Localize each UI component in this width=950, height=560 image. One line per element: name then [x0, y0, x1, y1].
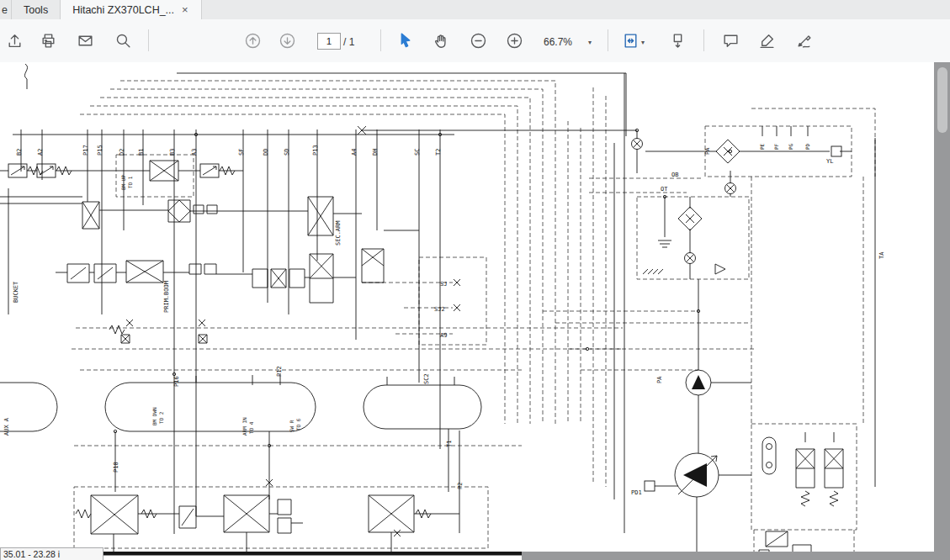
close-tab-icon[interactable]: ×: [181, 4, 189, 15]
diagram-label: OB: [671, 172, 678, 178]
zoom-level-label[interactable]: 66.7%: [544, 36, 572, 48]
diagram-label: BUCKET: [13, 281, 19, 303]
document-viewport[interactable]: B2A2P17P15D2B1B3A3SFDDSDP13A4DHSCT2BM UP…: [0, 62, 950, 560]
next-page-button[interactable]: [274, 28, 300, 53]
page-fit-button[interactable]: [618, 28, 643, 53]
comment-button[interactable]: [718, 28, 743, 53]
diagram-label: B1: [138, 149, 145, 156]
zoom-out-icon: [470, 32, 487, 50]
diagram-label: DH: [372, 149, 379, 156]
zoom-in-button[interactable]: [502, 28, 527, 53]
page-number-input[interactable]: [317, 33, 341, 50]
diagram-labels: B2A2P17P15D2B1B3A3SFDDSDP13A4DHSCT2BM UP…: [3, 143, 885, 496]
page-fit-caret-icon[interactable]: ▾: [641, 39, 645, 46]
previous-page-button[interactable]: [240, 28, 265, 53]
page-fit-icon: [622, 32, 640, 50]
vertical-scrollbar-thumb[interactable]: [937, 67, 947, 133]
diagram-label: PD1: [631, 489, 642, 496]
diagram-label: BM UP: [120, 175, 126, 190]
toolbar-divider: [608, 29, 608, 51]
hand-tool-button[interactable]: [428, 28, 454, 53]
diagram-label: SJ: [440, 281, 447, 288]
email-button[interactable]: [72, 28, 98, 53]
tab-document[interactable]: Hitachi ZX370LCH_... ×: [61, 0, 201, 19]
diagram-label: BM DWN: [151, 407, 157, 425]
fill-sign-button[interactable]: [791, 28, 816, 53]
diagram-label: A2: [37, 149, 44, 156]
next-page-icon: [279, 32, 296, 50]
diagram-label: DD: [263, 149, 269, 156]
diagram-label: ARM IN: [241, 417, 247, 436]
diagram-label: PRIM.BOOM: [163, 281, 170, 313]
hand-tool-icon: [433, 32, 450, 50]
toolbar-divider: [148, 29, 149, 51]
scroll-mode-button[interactable]: [665, 28, 690, 53]
main-toolbar: / 1 66.7% ▾ ▾: [0, 19, 950, 63]
toolbar-divider: [380, 29, 381, 51]
diagram-label: PF: [773, 143, 779, 150]
highlight-button[interactable]: [754, 28, 779, 53]
diagram-label: OT: [661, 186, 668, 193]
diagram-label: P2: [457, 483, 464, 489]
toolbar-divider: [703, 29, 704, 51]
search-button[interactable]: [110, 28, 135, 53]
pdf-page: B2A2P17P15D2B1B3A3SFDDSDP13A4DHSCT2BM UP…: [0, 62, 934, 560]
diagram-label: TO 2: [158, 411, 164, 424]
print-icon: [40, 32, 57, 50]
diagram-label: D2: [119, 149, 125, 156]
diagram-label: SC2: [423, 373, 430, 384]
diagram-label: SF: [238, 149, 245, 156]
fill-sign-icon: [795, 32, 813, 50]
tab-tools-label: Tools: [24, 4, 48, 16]
hydraulic-schematic: B2A2P17P15D2B1B3A3SFDDSDP13A4DHSCT2BM UP…: [0, 62, 934, 560]
page-count-label: / 1: [343, 36, 354, 48]
diagram-label: B2: [16, 149, 23, 156]
diagram-label: SC: [414, 149, 421, 156]
diagram-label: A3: [191, 149, 198, 156]
diagram-label: TO 4: [248, 421, 254, 434]
highlight-icon: [758, 32, 776, 50]
diagram-label: SJ2: [434, 306, 445, 313]
diagram-label: P12: [276, 366, 283, 377]
previous-page-icon: [244, 32, 262, 50]
diagram-label: SW R: [289, 420, 295, 432]
diagram-label: A4: [351, 149, 358, 156]
diagram-label: T1: [446, 441, 453, 447]
diagram-label: P16: [173, 376, 180, 387]
zoom-out-button[interactable]: [465, 28, 491, 53]
diagram-label: P13: [312, 145, 319, 156]
diagram-label: PG: [788, 143, 793, 150]
select-tool-button[interactable]: [392, 28, 417, 53]
tab-home-partial-label: e: [2, 4, 8, 16]
diagram-label: TO 6: [295, 418, 301, 431]
share-button[interactable]: [2, 28, 27, 53]
diagram-label: P15: [97, 145, 103, 156]
tab-document-label: Hitachi ZX370LCH_...: [72, 4, 174, 16]
share-icon: [6, 32, 24, 50]
tab-home-partial[interactable]: e: [0, 0, 12, 19]
zoom-in-icon: [506, 32, 523, 50]
diagram-label: T2: [435, 149, 442, 156]
diagram-label: PA: [704, 147, 711, 155]
scroll-mode-icon: [669, 32, 687, 50]
diagram-label: SD: [284, 149, 290, 156]
canvas-background: [522, 552, 950, 560]
zoom-dropdown-caret-icon[interactable]: ▾: [588, 39, 592, 46]
diagram-label: PE: [759, 143, 765, 150]
diagram-label: PA: [656, 376, 663, 383]
diagram-label: P18: [113, 462, 119, 473]
select-tool-icon: [396, 32, 414, 50]
diagram-label: AUX A: [3, 417, 10, 436]
diagram-label: TO 1: [127, 176, 133, 188]
comment-icon: [722, 32, 740, 50]
diagram-label: P17: [82, 145, 89, 156]
diagram-label: A9: [440, 332, 447, 339]
diagram-label: YL: [826, 158, 833, 165]
diagram-label: B3: [169, 149, 176, 156]
print-button[interactable]: [35, 28, 61, 53]
tab-tools[interactable]: Tools: [12, 0, 61, 19]
search-icon: [114, 32, 132, 50]
tab-strip: e Tools Hitachi ZX370LCH_... ×: [0, 0, 950, 20]
diagram-label: PD: [804, 143, 810, 150]
diagram-label: SEC.ARM: [335, 220, 342, 246]
